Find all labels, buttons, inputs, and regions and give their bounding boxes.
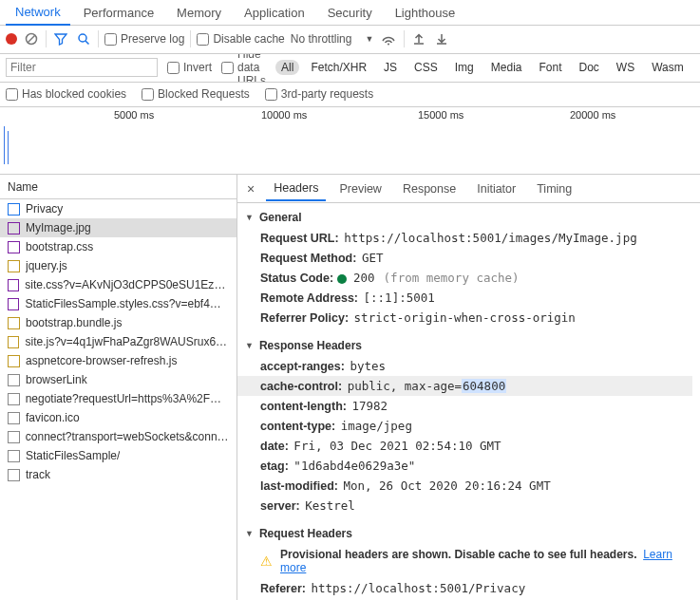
type-ws[interactable]: WS (611, 60, 640, 75)
clear-icon[interactable] (23, 30, 40, 47)
disable-cache-checkbox[interactable]: Disable cache (197, 32, 284, 46)
type-font[interactable]: Font (533, 60, 567, 75)
type-fetch[interactable]: Fetch/XHR (305, 60, 372, 75)
preserve-log-checkbox[interactable]: Preserve log (104, 32, 184, 46)
request-name: connect?transport=webSockets&conne... (26, 430, 229, 443)
close-icon[interactable]: × (241, 181, 260, 197)
request-row[interactable]: Privacy (0, 199, 236, 218)
request-name: StaticFilesSample/ (26, 449, 120, 462)
tab-performance[interactable]: Performance (74, 1, 163, 25)
upload-icon[interactable] (410, 30, 427, 47)
section-request-headers[interactable]: Request Headers (237, 523, 700, 544)
oth-file-icon (8, 450, 20, 462)
type-all[interactable]: All (275, 60, 299, 75)
tab-application[interactable]: Application (235, 1, 314, 25)
request-row[interactable]: MyImage.jpg (0, 218, 236, 237)
invert-checkbox[interactable]: Invert (167, 61, 212, 74)
request-name: site.css?v=AKvNjO3dCPPS0eSU1Ez8T2... (25, 278, 229, 291)
dtab-timing[interactable]: Timing (529, 178, 579, 200)
filter-icon[interactable] (52, 30, 69, 47)
section-response-headers[interactable]: Response Headers (237, 335, 700, 356)
request-row[interactable]: connect?transport=webSockets&conne... (0, 427, 236, 446)
request-row[interactable]: favicon.ico (0, 408, 236, 427)
kv-server: server: Kestrel (237, 496, 700, 516)
request-row[interactable]: StaticFilesSample.styles.css?v=ebf4NvV..… (0, 294, 236, 313)
tab-lighthouse[interactable]: Lighthouse (386, 1, 465, 25)
svg-line-3 (85, 41, 89, 45)
search-icon[interactable] (75, 30, 92, 47)
devtools-panel-tabs: Network Performance Memory Application S… (0, 0, 700, 26)
request-name: jquery.js (26, 259, 67, 272)
request-name: site.js?v=4q1jwFhaPaZgr8WAUSrux6hA... (25, 335, 229, 348)
request-name: MyImage.jpg (26, 221, 91, 234)
kv-request-method: Request Method: GET (237, 248, 700, 268)
type-doc[interactable]: Doc (573, 60, 604, 75)
provisional-headers-warning: ⚠ Provisional headers are shown. Disable… (237, 544, 700, 578)
status-dot-icon (337, 274, 347, 284)
request-name: negotiate?requestUrl=https%3A%2F%2... (26, 392, 229, 405)
type-css[interactable]: CSS (408, 60, 444, 75)
request-name: track (26, 468, 50, 481)
section-general[interactable]: General (237, 207, 700, 228)
toolbar-divider (98, 30, 99, 47)
request-name: bootstrap.css (26, 240, 93, 253)
kv-cache-control: cache-control: public, max-age=604800 (237, 376, 692, 396)
network-toolbar: Preserve log Disable cache No throttling… (0, 26, 700, 54)
kv-accept-ranges: accept-ranges: bytes (237, 356, 700, 376)
type-wasm[interactable]: Wasm (646, 60, 690, 75)
dtab-headers[interactable]: Headers (266, 177, 326, 201)
oth-file-icon (8, 469, 20, 481)
tab-security[interactable]: Security (318, 1, 382, 25)
blocked-cookies-checkbox[interactable]: Has blocked cookies (6, 87, 126, 101)
detail-body: General Request URL: https://localhost:5… (237, 203, 700, 600)
throttling-select[interactable]: No throttling▼ (291, 32, 374, 46)
name-column-header[interactable]: Name (0, 175, 236, 199)
svg-line-1 (28, 36, 35, 43)
warning-icon: ⚠ (260, 553, 273, 569)
type-img[interactable]: Img (449, 60, 480, 75)
kv-etag: etag: "1d6abd4e0629a3e" (237, 456, 700, 476)
tab-network[interactable]: Network (6, 0, 70, 26)
js-file-icon (8, 260, 20, 272)
css-file-icon (8, 241, 20, 253)
js-file-icon (8, 355, 20, 367)
tab-memory[interactable]: Memory (167, 1, 231, 25)
timeline-tick: 20000 ms (570, 109, 615, 121)
third-party-checkbox[interactable]: 3rd-party requests (265, 87, 373, 101)
request-name: favicon.ico (26, 411, 80, 424)
download-icon[interactable] (433, 30, 450, 47)
request-row[interactable]: aspnetcore-browser-refresh.js (0, 351, 236, 370)
request-row[interactable]: bootstrap.bundle.js (0, 313, 236, 332)
request-row[interactable]: StaticFilesSample/ (0, 446, 236, 465)
timeline-tick: 15000 ms (418, 109, 464, 121)
type-js[interactable]: JS (378, 60, 403, 75)
dtab-response[interactable]: Response (395, 178, 464, 200)
kv-referrer-policy: Referrer Policy: strict-origin-when-cros… (237, 308, 700, 328)
main-split: Name PrivacyMyImage.jpgbootstrap.cssjque… (0, 175, 700, 600)
request-name: StaticFilesSample.styles.css?v=ebf4NvV..… (25, 297, 229, 310)
timeline-bar (8, 131, 9, 164)
request-row[interactable]: site.css?v=AKvNjO3dCPPS0eSU1Ez8T2... (0, 275, 236, 294)
dtab-preview[interactable]: Preview (331, 178, 388, 200)
js-file-icon (8, 336, 19, 348)
dtab-initiator[interactable]: Initiator (469, 178, 523, 200)
svg-point-2 (79, 34, 86, 42)
oth-file-icon (8, 412, 20, 424)
hide-data-urls-checkbox[interactable]: Hide data URLs (221, 54, 266, 83)
type-manifest[interactable]: Manife (695, 60, 700, 75)
detail-tabs: × Headers Preview Response Initiator Tim… (237, 175, 700, 203)
blocked-requests-checkbox[interactable]: Blocked Requests (142, 87, 250, 101)
request-row[interactable]: browserLink (0, 370, 236, 389)
network-conditions-icon[interactable] (379, 30, 398, 47)
request-row[interactable]: bootstrap.css (0, 237, 236, 256)
filter-input[interactable] (6, 58, 158, 77)
type-filter: All Fetch/XHR JS CSS Img Media Font Doc … (275, 60, 700, 75)
request-row[interactable]: negotiate?requestUrl=https%3A%2F%2... (0, 389, 236, 408)
record-button[interactable] (6, 33, 17, 45)
request-row[interactable]: site.js?v=4q1jwFhaPaZgr8WAUSrux6hA... (0, 332, 236, 351)
request-row[interactable]: track (0, 465, 236, 484)
request-name: browserLink (26, 373, 87, 386)
request-row[interactable]: jquery.js (0, 256, 236, 275)
overview-timeline[interactable]: 5000 ms 10000 ms 15000 ms 20000 ms (0, 107, 700, 176)
type-media[interactable]: Media (485, 60, 528, 75)
